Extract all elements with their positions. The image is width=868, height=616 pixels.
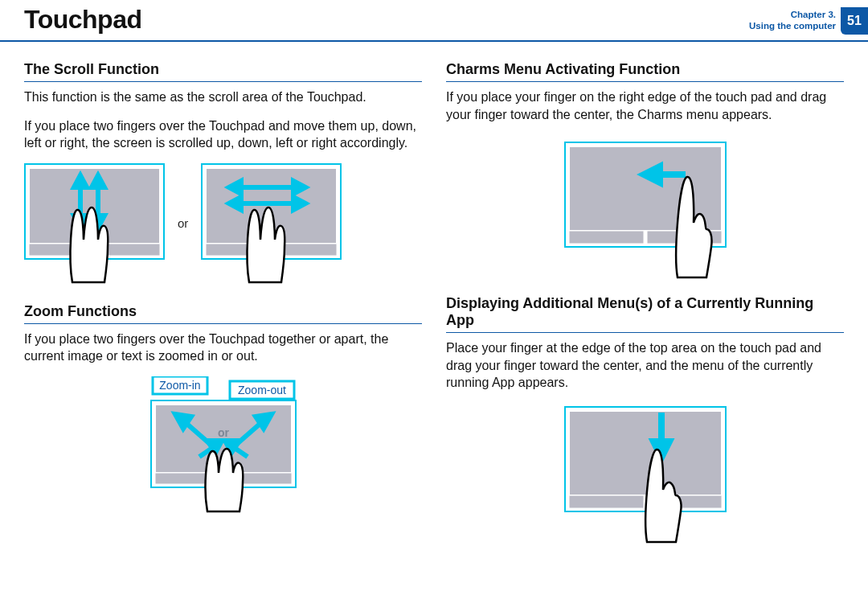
touchpad-scroll-vertical-icon [24,163,165,284]
chapter-line-1: Chapter 3. [791,10,836,19]
zoom-heading: Zoom Functions [24,303,422,324]
scroll-figure-row: or [24,163,422,284]
appmenu-heading: Displaying Additional Menu(s) of a Curre… [446,295,844,333]
scroll-paragraph-1: This function is the same as the scroll … [24,88,422,106]
svg-text:or: or [218,426,230,439]
scroll-paragraph-2: If you place two fingers over the Touchp… [24,117,422,152]
page-header: Touchpad Chapter 3. Using the computer 5… [0,0,868,42]
touchpad-scroll-horizontal-icon [201,163,342,284]
appmenu-paragraph-1: Place your finger at the edge of the top… [446,339,844,392]
touchpad-zoom-icon: or Zoom-in Zoom-out [127,376,320,513]
charms-heading: Charms Menu Activating Function [446,61,844,82]
chapter-block: Chapter 3. Using the computer 51 [749,5,868,37]
svg-rect-42 [569,411,722,495]
zoom-paragraph-1: If you place two fingers over the Touchp… [24,331,422,365]
right-column: Charms Menu Activating Function If you p… [446,61,844,544]
chapter-line-2: Using the computer [749,21,836,31]
touchpad-charms-icon [557,134,734,279]
chapter-text: Chapter 3. Using the computer [749,10,836,32]
scroll-heading: The Scroll Function [24,61,422,82]
left-column: The Scroll Function This function is the… [24,61,422,544]
zoom-figure: or Zoom-in Zoom-out [24,376,422,513]
scroll-or-label: or [178,216,188,230]
zoom-out-label: Zoom-out [238,384,286,396]
page-number-badge: 51 [841,7,868,35]
content-columns: The Scroll Function This function is the… [0,42,868,544]
zoom-in-label: Zoom-in [159,379,200,392]
appmenu-figure [446,403,844,544]
svg-rect-43 [569,495,644,508]
charms-figure [446,134,844,279]
touchpad-appmenu-icon [557,403,734,544]
page-title: Touchpad [24,5,142,35]
charms-paragraph-1: If you place your finger on the right ed… [446,88,844,123]
svg-rect-37 [569,231,644,244]
